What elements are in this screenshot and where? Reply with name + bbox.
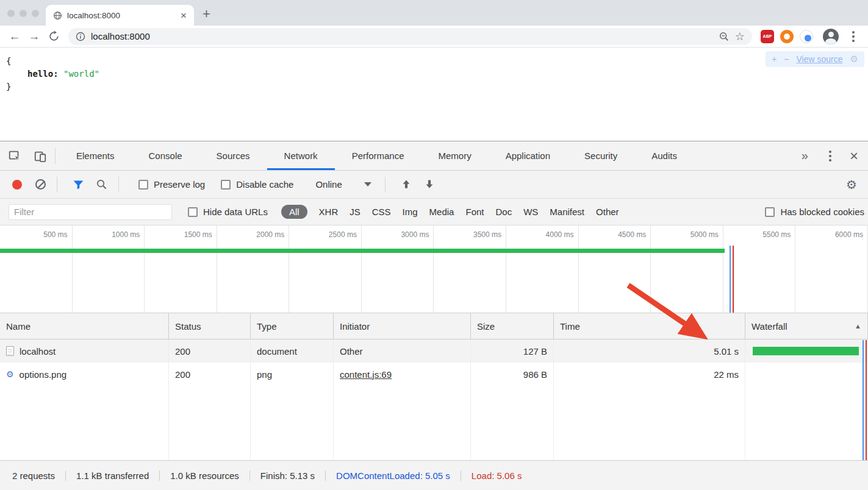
json-open-brace: { [6, 55, 868, 68]
tab-close-icon[interactable]: × [181, 10, 187, 21]
filter-funnel-icon[interactable] [72, 178, 85, 191]
json-line: hello: "world" [6, 68, 868, 80]
filter-input[interactable] [9, 204, 172, 220]
request-type-cell: document [251, 339, 334, 363]
window-minimize-icon[interactable] [20, 10, 27, 17]
collapse-all-button[interactable]: − [784, 54, 789, 64]
filter-type-img[interactable]: Img [403, 207, 418, 217]
devtools-tab-console[interactable]: Console [132, 141, 199, 170]
expand-all-button[interactable]: + [772, 54, 777, 64]
timeline-tick: 1500 ms [145, 225, 217, 313]
network-settings-gear-icon[interactable]: ⚙ [846, 177, 857, 192]
devtools-tab-audits[interactable]: Audits [634, 141, 694, 170]
column-header-type[interactable]: Type [251, 313, 334, 339]
inspect-element-icon[interactable] [4, 146, 26, 166]
filter-type-ws[interactable]: WS [523, 207, 538, 217]
more-tabs-chevron-icon[interactable]: » [802, 149, 808, 163]
url-text[interactable]: localhost:8000 [91, 31, 713, 41]
json-close-brace: } [6, 80, 868, 93]
address-bar: ← → localhost:8000 ☆ ABP [0, 26, 868, 48]
adblock-extension-icon[interactable]: ABP [761, 30, 774, 43]
filter-type-js[interactable]: JS [350, 207, 360, 217]
filter-type-other[interactable]: Other [596, 207, 619, 217]
device-toolbar-icon[interactable] [29, 146, 51, 166]
column-header-status[interactable]: Status [169, 313, 251, 339]
devtools-menu-icon[interactable] [824, 148, 836, 164]
devtools-tab-security[interactable]: Security [567, 141, 634, 170]
zoom-icon[interactable] [719, 31, 730, 42]
request-name-cell: ⚙ options.png [0, 363, 169, 386]
page-info-icon[interactable] [76, 32, 85, 41]
filter-type-all[interactable]: All [281, 205, 307, 219]
request-initiator-cell: Other [334, 339, 471, 363]
devtools-tab-network[interactable]: Network [267, 141, 335, 170]
orange-extension-icon[interactable] [780, 30, 794, 43]
tab-strip: localhost:8000 × + [0, 0, 868, 26]
forward-icon[interactable]: → [24, 27, 44, 46]
import-har-icon[interactable] [400, 179, 412, 191]
profile-avatar[interactable] [823, 29, 839, 44]
throttling-select[interactable]: Online [312, 179, 375, 190]
filter-type-manifest[interactable]: Manifest [550, 207, 584, 217]
bookmark-star-icon[interactable]: ☆ [735, 30, 745, 43]
filter-type-doc[interactable]: Doc [495, 207, 512, 217]
devtools-tab-application[interactable]: Application [489, 141, 567, 170]
window-close-icon[interactable] [7, 10, 15, 17]
view-source-link[interactable]: View source [797, 54, 843, 64]
has-blocked-cookies-checkbox[interactable] [765, 207, 775, 217]
waterfall-load-marker [866, 340, 867, 460]
request-initiator-cell: content.js:69 [334, 363, 471, 386]
request-status-cell: 200 [169, 363, 251, 386]
back-icon[interactable]: ← [5, 27, 24, 46]
throttling-value: Online [315, 179, 342, 190]
new-tab-button[interactable]: + [203, 7, 210, 21]
devtools-close-icon[interactable]: × [850, 149, 858, 163]
devtools-tab-sources[interactable]: Sources [199, 141, 267, 170]
devtools-tab-bar: Elements Console Sources Network Perform… [0, 141, 868, 171]
disable-cache-group: Disable cache [221, 179, 293, 190]
column-header-initiator[interactable]: Initiator [334, 313, 471, 339]
table-header-row: Name Status Type Initiator Size Time Wat… [0, 313, 868, 339]
window-controls [7, 10, 39, 17]
devtools-tab-memory[interactable]: Memory [421, 141, 489, 170]
window-zoom-icon[interactable] [32, 10, 39, 17]
request-waterfall-cell [745, 363, 868, 386]
clear-icon[interactable] [35, 179, 46, 190]
column-header-time[interactable]: Time [554, 313, 745, 339]
filter-type-media[interactable]: Media [429, 207, 454, 217]
disable-cache-checkbox[interactable] [221, 180, 231, 190]
column-header-waterfall[interactable]: Waterfall ▲ [745, 313, 868, 339]
network-overview-timeline[interactable]: 500 ms 1000 ms 1500 ms 2000 ms 2500 ms 3… [0, 225, 868, 313]
column-header-size[interactable]: Size [471, 313, 554, 339]
formatter-gear-icon[interactable]: ⚙ [850, 54, 858, 65]
filter-type-xhr[interactable]: XHR [319, 207, 339, 217]
omnibox[interactable]: localhost:8000 ☆ [68, 28, 752, 45]
timeline-tick: 1000 ms [73, 225, 145, 313]
request-name-cell: localhost [0, 339, 169, 363]
browser-tab[interactable]: localhost:8000 × [46, 5, 194, 26]
refresh-icon[interactable] [44, 27, 63, 46]
status-resources: 1.0 kB resources [159, 470, 249, 481]
devtools-tabbar-right: » × [802, 148, 868, 164]
hide-data-urls-checkbox[interactable] [188, 207, 198, 217]
preserve-log-checkbox[interactable] [138, 180, 148, 190]
image-file-icon: ⚙ [6, 370, 14, 378]
network-toolbar: Preserve log Disable cache Online ⚙ [0, 171, 868, 199]
timeline-request-bar [0, 249, 725, 253]
document-icon [6, 346, 14, 356]
filter-type-font[interactable]: Font [465, 207, 484, 217]
devtools-tab-elements[interactable]: Elements [59, 141, 132, 170]
export-har-icon[interactable] [423, 179, 436, 191]
devtools-tab-performance[interactable]: Performance [335, 141, 421, 170]
status-requests: 2 requests [0, 470, 65, 481]
browser-menu-icon[interactable] [847, 29, 859, 44]
column-header-name[interactable]: Name [0, 313, 169, 339]
devtools-panel: Elements Console Sources Network Perform… [0, 141, 868, 490]
record-icon[interactable] [12, 180, 22, 190]
filter-type-css[interactable]: CSS [372, 207, 391, 217]
blue-extension-icon[interactable] [800, 30, 813, 43]
search-icon[interactable] [96, 179, 107, 190]
table-row[interactable]: localhost 200 document Other 127 B 5.01 … [0, 339, 868, 363]
initiator-link[interactable]: content.js:69 [340, 369, 392, 380]
table-row[interactable]: ⚙ options.png 200 png content.js:69 986 … [0, 363, 868, 386]
